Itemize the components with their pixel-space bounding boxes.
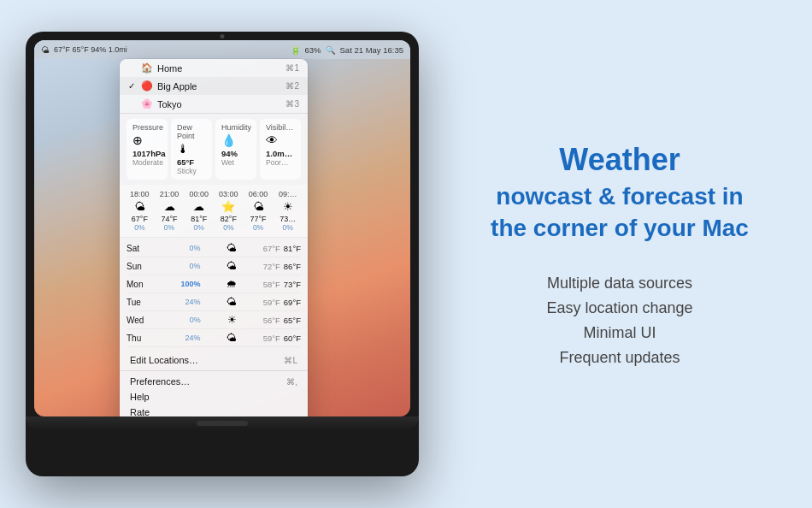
menubar-date: Sat 21 May 16:35 <box>340 45 403 55</box>
bigapple-icon: 🔴 <box>141 80 153 92</box>
menubar-left: 🌤 67°F 65°F 94% 1.0mi <box>41 45 127 55</box>
app-subtitle: nowcast & forecast inthe corner of your … <box>491 181 749 244</box>
bigapple-shortcut: ⌘2 <box>285 81 299 91</box>
menubar: 🌤 67°F 65°F 94% 1.0mi 🔋 63% 🔍 Sat 21 May… <box>34 40 410 59</box>
battery-icon: 🔋 <box>291 45 301 55</box>
rate-item[interactable]: Rate <box>120 405 308 416</box>
location-bigapple[interactable]: ✓ 🔴 Big Apple ⌘2 <box>120 77 308 95</box>
feature-1: Multiple data sources <box>547 275 692 292</box>
daily-mon: Mon 100% 🌧 58°F 73°F <box>127 275 301 293</box>
hour-0300: 03:00 ⭐ 82°F 0% <box>214 188 244 233</box>
location-tokyo[interactable]: 🌸 Tokyo ⌘3 <box>120 95 308 113</box>
feature-3: Minimal UI <box>583 324 656 342</box>
laptop-screen: 🌤 67°F 65°F 94% 1.0mi 🔋 63% 🔍 Sat 21 May… <box>34 40 410 416</box>
laptop-outer: 🌤 67°F 65°F 94% 1.0mi 🔋 63% 🔍 Sat 21 May… <box>26 32 419 476</box>
help-item[interactable]: Help <box>120 389 308 405</box>
laptop-base <box>26 416 419 430</box>
hourly-forecast: 18:00 🌤 67°F 0% 21:00 ☁ 74°F 0% 00: <box>120 185 308 238</box>
edit-locations-item[interactable]: Edit Locations… ⌘L <box>120 352 308 368</box>
app-title: Weather <box>559 141 680 178</box>
hour-0900: 09:… ☀ 73… 0% <box>273 188 303 233</box>
main-container: 🌤 67°F 65°F 94% 1.0mi 🔋 63% 🔍 Sat 21 May… <box>0 0 812 508</box>
daily-sun: Sun 0% 🌤 72°F 86°F <box>127 257 301 275</box>
tokyo-shortcut: ⌘3 <box>285 99 299 109</box>
feature-2: Easy location change <box>546 299 692 317</box>
home-label: Home <box>157 63 182 74</box>
daily-sat: Sat 0% 🌤 67°F 81°F <box>127 239 301 257</box>
tokyo-icon: 🌸 <box>141 98 153 109</box>
dewpoint-card: Dew Point 🌡 65°F Sticky <box>171 119 212 180</box>
humidity-card: Humidity 💧 94% Wet <box>215 119 256 180</box>
hour-2100: 21:00 ☁ 74°F 0% <box>155 188 185 233</box>
location-home[interactable]: 🏠 Home ⌘1 <box>120 59 308 77</box>
laptop-section: 🌤 67°F 65°F 94% 1.0mi 🔋 63% 🔍 Sat 21 May… <box>0 0 444 508</box>
hour-0600: 06:00 🌤 77°F 0% <box>244 188 274 233</box>
menubar-temps: 67°F 65°F 94% 1.0mi <box>54 45 127 55</box>
home-icon: 🏠 <box>141 62 153 74</box>
battery-level: 63% <box>305 45 321 55</box>
hour-1800: 18:00 🌤 67°F 0% <box>125 188 155 233</box>
hour-0000: 00:00 ☁ 81°F 0% <box>184 188 214 233</box>
weather-menu-icon[interactable]: 🌤 <box>41 45 50 55</box>
daily-wed: Wed 0% ☀ 56°F 65°F <box>127 311 301 329</box>
bigapple-label: Big Apple <box>157 81 197 92</box>
dropdown-menu: 🏠 Home ⌘1 ✓ 🔴 Big Apple ⌘2 <box>120 59 308 416</box>
visibility-card: Visibil… 👁 1.0m… Poor… <box>260 119 301 180</box>
daily-tue: Tue 24% 🌤 59°F 69°F <box>127 293 301 311</box>
weather-cards: Pressure ⊕ 1017hPa Moderate Dew Point 🌡 … <box>120 114 308 185</box>
tokyo-label: Tokyo <box>157 99 182 109</box>
features-list: Multiple data sources Easy location chan… <box>546 275 692 367</box>
daily-forecast: Sat 0% 🌤 67°F 81°F Sun 0% 🌤 <box>120 238 308 349</box>
separator-1 <box>120 370 308 371</box>
camera-dot <box>221 34 225 38</box>
daily-thu: Thu 24% 🌤 59°F 60°F <box>127 329 301 347</box>
text-section: Weather nowcast & forecast inthe corner … <box>444 107 812 401</box>
laptop-notch <box>197 421 248 426</box>
search-icon[interactable]: 🔍 <box>326 45 336 55</box>
locations-section: 🏠 Home ⌘1 ✓ 🔴 Big Apple ⌘2 <box>120 59 308 114</box>
menubar-right: 🔋 63% 🔍 Sat 21 May 16:35 <box>291 45 403 55</box>
preferences-item[interactable]: Preferences… ⌘, <box>120 374 308 389</box>
feature-4: Frequent updates <box>559 349 680 367</box>
pressure-card: Pressure ⊕ 1017hPa Moderate <box>127 119 168 180</box>
home-shortcut: ⌘1 <box>285 63 299 73</box>
menu-items: Edit Locations… ⌘L Preferences… ⌘, Help <box>120 349 308 416</box>
